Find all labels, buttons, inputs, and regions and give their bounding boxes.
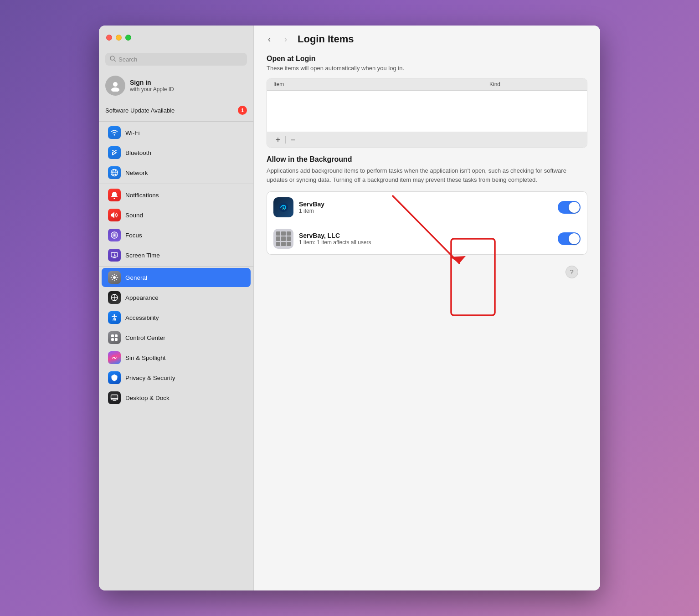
grid-dot <box>276 242 280 246</box>
sidebar-item-network[interactable]: Network <box>102 163 251 182</box>
servbay-toggle-wrapper <box>558 201 581 214</box>
grid-dot <box>276 231 280 236</box>
back-button[interactable]: ‹ <box>263 33 276 46</box>
table-actions: + − <box>267 132 587 148</box>
sidebar-item-label: General <box>125 274 147 281</box>
servbay-name: ServBay <box>299 200 552 208</box>
avatar <box>105 76 125 96</box>
sidebar-item-appearance[interactable]: Appearance <box>102 288 251 307</box>
servbay-toggle-knob <box>569 202 580 213</box>
sidebar-item-label: Wi-Fi <box>125 129 139 136</box>
nav-bar: ‹ › Login Items <box>254 26 600 50</box>
servbay-llc-detail: 1 item: 1 item affects all users <box>299 239 552 246</box>
grid-dot <box>281 231 285 236</box>
sidebar-item-label: Appearance <box>125 294 159 301</box>
add-item-button[interactable]: + <box>272 134 284 145</box>
login-items-table: Item Kind + − <box>267 78 587 148</box>
sidebar-divider <box>99 184 253 184</box>
grid-dot <box>281 236 285 241</box>
svg-line-1 <box>114 60 116 62</box>
servbay-info: ServBay 1 item <box>299 200 552 214</box>
sidebar-item-privacy[interactable]: Privacy & Security <box>102 368 251 387</box>
forward-button[interactable]: › <box>279 33 292 46</box>
siri-icon <box>108 351 121 364</box>
control-center-icon <box>108 331 121 344</box>
software-update-badge: 1 <box>238 106 247 115</box>
content-body: Open at Login These items will open auto… <box>254 50 600 590</box>
svg-rect-26 <box>113 400 116 401</box>
svg-point-18 <box>113 314 115 316</box>
titlebar <box>99 26 253 49</box>
svg-rect-20 <box>115 334 118 337</box>
sidebar-item-general[interactable]: General <box>102 268 251 287</box>
search-placeholder: Search <box>118 56 137 63</box>
sound-icon <box>108 209 121 221</box>
grid-dot <box>287 242 291 246</box>
sidebar-item-siri[interactable]: Siri & Spotlight <box>102 348 251 367</box>
sidebar-item-label: Control Center <box>125 334 165 341</box>
sidebar-item-desktop[interactable]: Desktop & Dock <box>102 388 251 407</box>
sidebar-item-wifi[interactable]: Wi-Fi <box>102 123 251 142</box>
sidebar-item-focus[interactable]: Focus <box>102 226 251 245</box>
apple-id-subtitle: with your Apple ID <box>130 86 174 92</box>
search-bar[interactable]: Search <box>105 53 247 66</box>
allow-background-title: Allow in the Background <box>267 155 587 164</box>
sign-in-label: Sign in <box>130 79 174 86</box>
privacy-icon <box>108 371 121 384</box>
sidebar-item-label: Accessibility <box>125 314 159 321</box>
sidebar-divider <box>99 121 253 122</box>
svg-point-27 <box>283 206 284 208</box>
sidebar-item-label: Screen Time <box>125 252 160 259</box>
maximize-button[interactable] <box>125 35 131 41</box>
minimize-button[interactable] <box>116 35 122 41</box>
table-header: Item Kind <box>267 78 587 91</box>
table-action-divider <box>285 136 286 144</box>
focus-icon <box>108 229 121 241</box>
apple-id-section[interactable]: Sign in with your Apple ID <box>99 71 253 102</box>
wifi-icon <box>108 126 121 139</box>
app-row-servbay-llc: ServBay, LLC 1 item: 1 item affects all … <box>267 223 587 254</box>
desktop-icon <box>108 391 121 404</box>
search-icon <box>110 56 116 63</box>
table-header-kind: Kind <box>489 81 581 87</box>
open-at-login-section: Open at Login These items will open auto… <box>267 55 587 148</box>
svg-rect-22 <box>115 338 118 341</box>
general-icon <box>108 271 121 284</box>
sidebar-item-screen-time[interactable]: Screen Time <box>102 246 251 265</box>
sidebar-item-control-center[interactable]: Control Center <box>102 328 251 347</box>
sidebar-item-label: Sound <box>125 212 143 219</box>
open-at-login-subtitle: These items will open automatically when… <box>267 65 587 72</box>
servbay-llc-toggle-knob <box>569 233 580 244</box>
sidebar-item-label: Focus <box>125 232 142 239</box>
sidebar-item-label: Notifications <box>125 192 159 199</box>
network-icon <box>108 166 121 179</box>
software-update-row[interactable]: Software Update Available 1 <box>99 102 253 120</box>
sidebar-item-notifications[interactable]: Notifications <box>102 185 251 205</box>
remove-item-button[interactable]: − <box>287 134 299 145</box>
apple-id-text: Sign in with your Apple ID <box>130 79 174 92</box>
grid-dot <box>281 242 285 246</box>
screen-time-icon <box>108 249 121 262</box>
sidebar-item-sound[interactable]: Sound <box>102 205 251 225</box>
help-button[interactable]: ? <box>565 266 578 278</box>
table-header-item: Item <box>273 81 489 87</box>
grid-dot <box>287 231 291 236</box>
svg-rect-21 <box>111 338 114 341</box>
main-content: ‹ › Login Items Open at Login These item… <box>254 26 600 590</box>
sidebar-item-accessibility[interactable]: Accessibility <box>102 308 251 327</box>
sidebar: Search Sign in with your Apple ID Softwa… <box>99 26 254 590</box>
close-button[interactable] <box>106 35 112 41</box>
servbay-toggle[interactable] <box>558 201 581 214</box>
grid-dot <box>287 236 291 241</box>
servbay-llc-toggle[interactable] <box>558 232 581 245</box>
sidebar-item-label: Siri & Spotlight <box>125 354 166 361</box>
allow-background-section: Allow in the Background Applications add… <box>267 155 587 255</box>
svg-point-10 <box>114 235 115 236</box>
sidebar-item-bluetooth[interactable]: Bluetooth <box>102 143 251 162</box>
system-preferences-window: Search Sign in with your Apple ID Softwa… <box>99 26 600 590</box>
notifications-icon <box>108 189 121 201</box>
sidebar-item-label: Network <box>125 169 148 176</box>
svg-rect-24 <box>111 395 118 400</box>
table-body <box>267 91 587 132</box>
servbay-llc-info: ServBay, LLC 1 item: 1 item affects all … <box>299 232 552 246</box>
